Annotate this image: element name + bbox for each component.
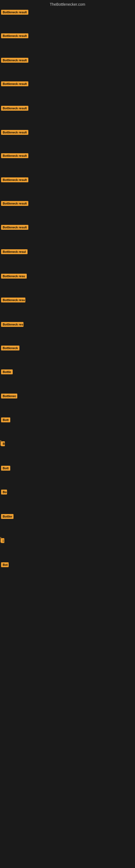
site-title: TheBottlenecker.com: [0, 0, 135, 9]
bottleneck-badge-5: Bottleneck result: [1, 106, 28, 111]
bottleneck-badge-9: Bottleneck result: [1, 201, 28, 206]
bottleneck-row-13: Bottleneck resu: [0, 297, 27, 304]
bottleneck-badge-11: Bottleneck resul: [1, 249, 28, 254]
bottleneck-row-3: Bottleneck result: [0, 57, 30, 64]
bottleneck-row-20: Bott: [0, 465, 11, 472]
vertical-line-indicator: [1, 537, 1, 542]
bottleneck-row-12: Bottleneck resu: [0, 273, 28, 280]
bottleneck-row-6: Bottleneck result: [0, 129, 30, 136]
bottleneck-badge-6: Bottleneck result: [1, 130, 28, 135]
bottleneck-row-7: Bottleneck result: [0, 152, 30, 159]
bottleneck-row-8: Bottleneck result: [0, 176, 30, 183]
bottleneck-row-4: Bottleneck result: [0, 80, 30, 87]
bottleneck-row-14: Bottleneck res: [0, 321, 25, 328]
bottleneck-row-24: Bot: [0, 561, 10, 568]
bottleneck-badge-1: Bottleneck result: [1, 10, 28, 14]
bottleneck-row-10: Bottleneck result: [0, 224, 30, 231]
bottleneck-badge-10: Bottleneck result: [1, 225, 28, 230]
bottleneck-row-22: Bottler: [0, 513, 14, 520]
page-container: TheBottlenecker.com Bottleneck resultBot…: [0, 0, 135, 868]
bottleneck-badge-23: |: [1, 538, 4, 543]
bottleneck-badge-3: Bottleneck result: [1, 58, 28, 63]
bottleneck-badge-18: Bott: [1, 417, 10, 422]
bottleneck-badge-15: Bottleneck: [1, 346, 19, 350]
bottleneck-row-1: Bottleneck result: [0, 9, 30, 16]
bottleneck-badge-7: Bottleneck result: [1, 153, 28, 158]
bottleneck-row-18: Bott: [0, 416, 11, 424]
bottleneck-row-17: Bottlenec: [0, 393, 18, 400]
bottleneck-row-5: Bottleneck result: [0, 105, 30, 112]
bottleneck-row-21: Bo: [0, 489, 8, 496]
bottleneck-badge-21: Bo: [1, 490, 7, 495]
vertical-line-indicator: [1, 440, 1, 446]
bottleneck-badge-17: Bottlenec: [1, 394, 17, 399]
bottleneck-badge-19: B: [1, 441, 5, 446]
bottleneck-badge-4: Bottleneck result: [1, 82, 28, 86]
bottleneck-badge-20: Bott: [1, 466, 10, 471]
bottleneck-badge-24: Bot: [1, 562, 9, 567]
bottleneck-badge-13: Bottleneck resu: [1, 298, 26, 303]
bottleneck-badge-16: Bottle: [1, 369, 13, 374]
bottleneck-badge-14: Bottleneck res: [1, 322, 24, 327]
bottleneck-row-15: Bottleneck: [0, 344, 20, 351]
bottleneck-badge-8: Bottleneck result: [1, 177, 28, 182]
bottleneck-badge-22: Bottler: [1, 514, 13, 519]
bottleneck-badge-2: Bottleneck result: [1, 33, 28, 38]
bottleneck-row-9: Bottleneck result: [0, 200, 30, 207]
bottleneck-row-16: Bottle: [0, 368, 14, 375]
bottleneck-badge-12: Bottleneck resu: [1, 274, 27, 279]
badges-container: Bottleneck resultBottleneck resultBottle…: [0, 9, 135, 868]
bottleneck-row-2: Bottleneck result: [0, 32, 30, 39]
bottleneck-row-11: Bottleneck resul: [0, 248, 29, 255]
